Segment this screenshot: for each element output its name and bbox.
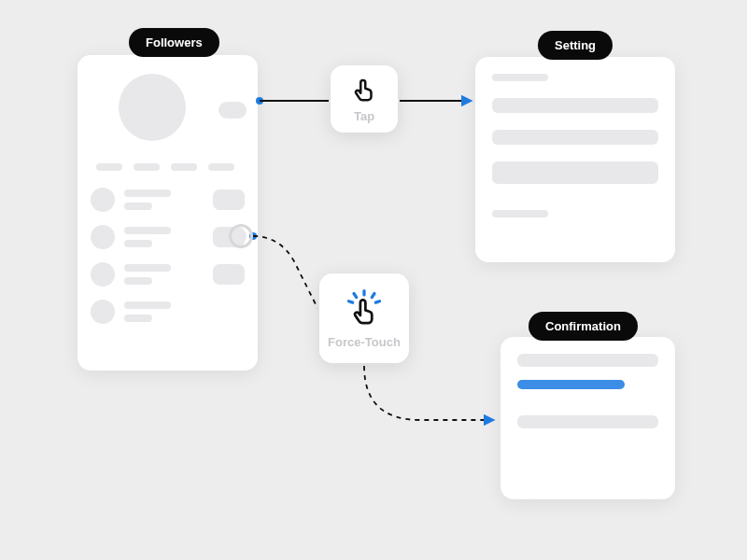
profile-avatar-placeholder: [119, 74, 186, 141]
stat-placeholder: [96, 163, 122, 171]
tap-gesture-label: Tap: [354, 109, 374, 123]
setting-label-pill: Setting: [538, 31, 613, 60]
list-action-placeholder[interactable]: [213, 264, 245, 285]
setting-block-placeholder: [492, 161, 658, 184]
followers-toggle-1[interactable]: [218, 102, 247, 119]
stat-placeholder: [208, 163, 234, 171]
setting-header-placeholder: [492, 74, 548, 81]
list-item[interactable]: [91, 188, 245, 212]
setting-footer-placeholder: [492, 210, 548, 217]
force-touch-gesture-node: Force-Touch: [319, 273, 409, 363]
setting-row-placeholder: [492, 98, 658, 113]
confirm-row-placeholder: [517, 354, 658, 367]
list-item[interactable]: [91, 300, 245, 324]
svg-line-1: [354, 293, 357, 297]
svg-line-3: [349, 301, 353, 301]
list-action-placeholder[interactable]: [213, 189, 245, 210]
force-touch-gesture-label: Force-Touch: [328, 335, 401, 349]
stats-row: [96, 163, 245, 171]
svg-line-4: [375, 301, 379, 301]
setting-card: [475, 57, 675, 262]
confirm-row-placeholder: [517, 415, 658, 428]
tap-gesture-node: Tap: [331, 65, 398, 133]
confirm-highlight-row: [517, 380, 625, 389]
stat-placeholder: [134, 163, 160, 171]
followers-card: [78, 55, 258, 371]
force-touch-origin-ring: [229, 224, 253, 248]
list-item[interactable]: [91, 262, 245, 287]
list-avatar-placeholder: [91, 225, 115, 249]
confirmation-card: [500, 337, 675, 499]
list-avatar-placeholder: [91, 188, 115, 212]
stat-placeholder: [171, 163, 197, 171]
list-avatar-placeholder: [91, 300, 115, 324]
tap-icon: [350, 76, 378, 104]
setting-row-placeholder: [492, 130, 658, 145]
force-touch-icon: [344, 288, 385, 329]
confirmation-label-pill: Confirmation: [529, 312, 638, 341]
svg-line-2: [372, 293, 374, 297]
followers-label-pill: Followers: [129, 28, 219, 57]
list-avatar-placeholder: [91, 262, 115, 287]
